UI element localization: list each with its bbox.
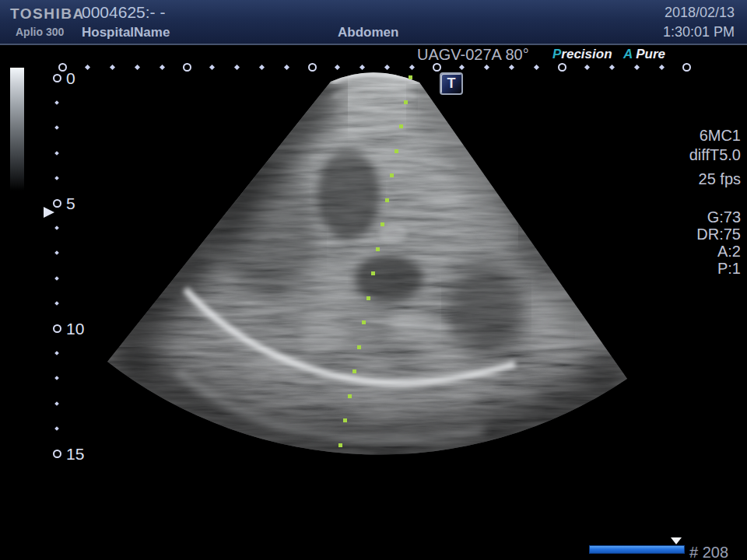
grayscale-bar [10, 68, 24, 191]
toshiba-logo: TOSHIBA [10, 5, 85, 23]
depth-ruler-major-tick [53, 199, 61, 208]
thermal-index-label: diffT5.0 [689, 146, 741, 164]
centerline-dot [352, 369, 356, 373]
precision-badge: Precision [552, 47, 612, 62]
patient-id: 0004625:- - [82, 3, 165, 22]
depth-label: 0 [66, 69, 75, 88]
probe-info-label: UAGV-027A 80° [417, 46, 529, 64]
centerline-dot [338, 443, 342, 447]
ultrasound-scan-image [0, 0, 747, 560]
orientation-marker: T [440, 72, 463, 95]
centerline-dot [390, 173, 394, 177]
width-ruler-major-tick [308, 63, 317, 72]
precision-initial: P [552, 47, 561, 61]
fan-sector [93, 54, 647, 467]
centerline-dot [357, 345, 361, 349]
depth-ruler-major-tick [53, 74, 61, 82]
depth-label: 15 [66, 445, 84, 464]
apure-rest: Pure [636, 47, 665, 61]
depth-ruler-major-tick [53, 324, 61, 333]
exam-time: 1:30:01 PM [663, 24, 735, 40]
exam-preset-label: Abdomen [338, 25, 398, 40]
centerline-dot [395, 149, 398, 153]
apure-badge: APure [623, 47, 665, 62]
centerline-dot [348, 394, 352, 398]
p-value-label: P:1 [717, 260, 741, 278]
cine-progress-bar[interactable] [589, 545, 685, 554]
gain-label: G:73 [707, 208, 741, 226]
depth-ruler-major-tick [53, 450, 61, 458]
exam-date: 2018/02/13 [665, 5, 735, 21]
precision-rest: recision [561, 47, 612, 61]
centerline-dot [376, 247, 380, 251]
depth-label: 5 [66, 194, 75, 213]
header-bar: TOSHIBA Aplio 300 0004625:- - HospitalNa… [0, 0, 747, 45]
frame-counter: # 208 [689, 544, 728, 560]
width-ruler-major-tick [433, 63, 441, 72]
model-label: Aplio 300 [16, 26, 64, 38]
dynamic-range-label: DR:75 [696, 226, 741, 243]
ultrasound-screen: TOSHIBA Aplio 300 0004625:- - HospitalNa… [0, 0, 747, 560]
centerline-dot [343, 418, 347, 422]
depth-label: 10 [66, 320, 84, 338]
width-ruler-major-tick [183, 63, 191, 72]
centerline-dot [362, 320, 366, 324]
centerline-dot [381, 222, 384, 226]
centerline-dot [404, 100, 408, 104]
width-ruler-major-tick [58, 63, 67, 72]
centerline-dot [371, 271, 375, 275]
width-ruler-major-tick [682, 63, 691, 72]
focus-marker-icon [44, 207, 54, 218]
frame-rate-label: 25 fps [699, 170, 741, 188]
centerline-dot [399, 124, 403, 128]
hospital-name: HospitalName [82, 25, 170, 40]
a-value-label: A:2 [717, 243, 741, 261]
apure-initial: A [623, 47, 633, 61]
width-ruler-major-tick [558, 63, 566, 72]
centerline-dot [409, 75, 412, 79]
cine-position-marker-icon[interactable] [671, 537, 682, 544]
centerline-dot [366, 296, 370, 300]
centerline-dot [385, 198, 389, 202]
transducer-label: 6MC1 [700, 127, 741, 145]
